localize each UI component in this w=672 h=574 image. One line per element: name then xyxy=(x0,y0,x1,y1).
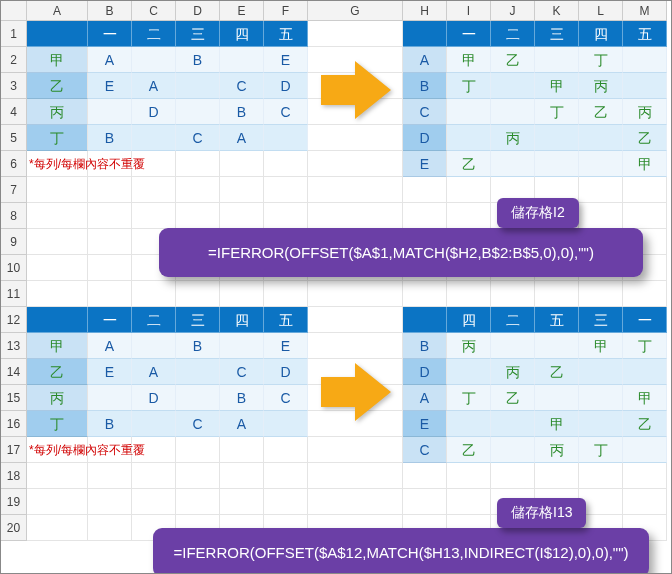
right-hdr-4: 一 xyxy=(623,307,667,333)
right-label-3: D xyxy=(403,125,447,151)
right-data-0-0: 甲 xyxy=(447,47,491,73)
row-header-7: 7 xyxy=(1,177,27,203)
cell-A9 xyxy=(27,229,88,255)
right-data-2-1 xyxy=(491,99,535,125)
cell-F19 xyxy=(264,489,308,515)
left-data-3-3: A xyxy=(220,125,264,151)
right-data-4-0: 乙 xyxy=(447,437,491,463)
right-hdr-2: 五 xyxy=(535,307,579,333)
cell-B9 xyxy=(88,229,132,255)
cell-D7 xyxy=(176,177,220,203)
right-data-2-4: 甲 xyxy=(623,385,667,411)
row-header-6: 6 xyxy=(1,151,27,177)
cell-E19 xyxy=(220,489,264,515)
left-data-0-2: B xyxy=(176,333,220,359)
col-header-F: F xyxy=(264,1,308,21)
right-label-1: B xyxy=(403,73,447,99)
right-data-0-2 xyxy=(535,47,579,73)
note-text: *每列/每欄內容不重覆 xyxy=(27,151,267,177)
cell-G6 xyxy=(308,151,403,177)
cell-B20 xyxy=(88,515,132,541)
cell-E8 xyxy=(220,203,264,229)
left-hdr-3: 四 xyxy=(220,307,264,333)
cell-H18 xyxy=(403,463,447,489)
right-data-1-3 xyxy=(579,359,623,385)
right-data-4-4: 甲 xyxy=(623,151,667,177)
cell-J11 xyxy=(491,281,535,307)
right-data-3-4: 乙 xyxy=(623,411,667,437)
formula-box-1: =IFERROR(OFFSET($A$1,MATCH($H2,B$2:B$5,0… xyxy=(159,228,643,277)
right-label-1: D xyxy=(403,359,447,385)
left-data-0-0: A xyxy=(88,333,132,359)
right-data-4-3: 丁 xyxy=(579,437,623,463)
row-header-10: 10 xyxy=(1,255,27,281)
cell-H7 xyxy=(403,177,447,203)
left-hdr-1: 二 xyxy=(132,307,176,333)
cell-F17 xyxy=(264,437,308,463)
left-data-2-4: C xyxy=(264,99,308,125)
left-data-3-1 xyxy=(132,125,176,151)
cell-F7 xyxy=(264,177,308,203)
left-data-0-4: E xyxy=(264,333,308,359)
cell-I7 xyxy=(447,177,491,203)
cell-M11 xyxy=(623,281,667,307)
cell-E7 xyxy=(220,177,264,203)
left-data-3-2: C xyxy=(176,411,220,437)
right-data-1-2: 甲 xyxy=(535,73,579,99)
right-data-2-2 xyxy=(535,385,579,411)
left-label-2: 丙 xyxy=(27,99,88,125)
right-label-4: C xyxy=(403,437,447,463)
left-data-0-1 xyxy=(132,47,176,73)
col-header-J: J xyxy=(491,1,535,21)
left-data-3-4 xyxy=(264,411,308,437)
cell-F8 xyxy=(264,203,308,229)
cell-G19 xyxy=(308,489,403,515)
right-label-2: C xyxy=(403,99,447,125)
col-header-B: B xyxy=(88,1,132,21)
col-header-K: K xyxy=(535,1,579,21)
left-data-3-0: B xyxy=(88,411,132,437)
left-data-0-2: B xyxy=(176,47,220,73)
cell-B18 xyxy=(88,463,132,489)
left-data-2-3: B xyxy=(220,385,264,411)
right-data-2-1: 乙 xyxy=(491,385,535,411)
left-label-0: 甲 xyxy=(27,47,88,73)
left-data-2-2 xyxy=(176,385,220,411)
cell-L8 xyxy=(579,203,623,229)
cell-D19 xyxy=(176,489,220,515)
cell-G11 xyxy=(308,281,403,307)
cell-L11 xyxy=(579,281,623,307)
right-data-1-1: 丙 xyxy=(491,359,535,385)
cell-C11 xyxy=(132,281,176,307)
cell-A10 xyxy=(27,255,88,281)
cell-F6 xyxy=(264,151,308,177)
cell-I19 xyxy=(447,489,491,515)
right-data-2-2: 丁 xyxy=(535,99,579,125)
left-hdr-blank xyxy=(27,307,88,333)
left-data-2-1: D xyxy=(132,385,176,411)
right-data-3-2 xyxy=(535,125,579,151)
left-hdr-1: 二 xyxy=(132,21,176,47)
cell-G8 xyxy=(308,203,403,229)
right-data-0-0: 丙 xyxy=(447,333,491,359)
cell-G1 xyxy=(308,21,403,47)
left-data-1-0: E xyxy=(88,73,132,99)
cell-A7 xyxy=(27,177,88,203)
cell-L7 xyxy=(579,177,623,203)
cell-K18 xyxy=(535,463,579,489)
cell-F18 xyxy=(264,463,308,489)
left-data-2-0 xyxy=(88,385,132,411)
left-hdr-0: 一 xyxy=(88,21,132,47)
cell-A19 xyxy=(27,489,88,515)
right-data-2-0 xyxy=(447,99,491,125)
cell-A8 xyxy=(27,203,88,229)
right-data-0-1 xyxy=(491,333,535,359)
col-header-E: E xyxy=(220,1,264,21)
right-data-1-0: 丁 xyxy=(447,73,491,99)
cell-G13 xyxy=(308,333,403,359)
cell-F11 xyxy=(264,281,308,307)
cell-A11 xyxy=(27,281,88,307)
left-label-0: 甲 xyxy=(27,333,88,359)
right-hdr-1: 二 xyxy=(491,21,535,47)
right-data-4-1 xyxy=(491,437,535,463)
